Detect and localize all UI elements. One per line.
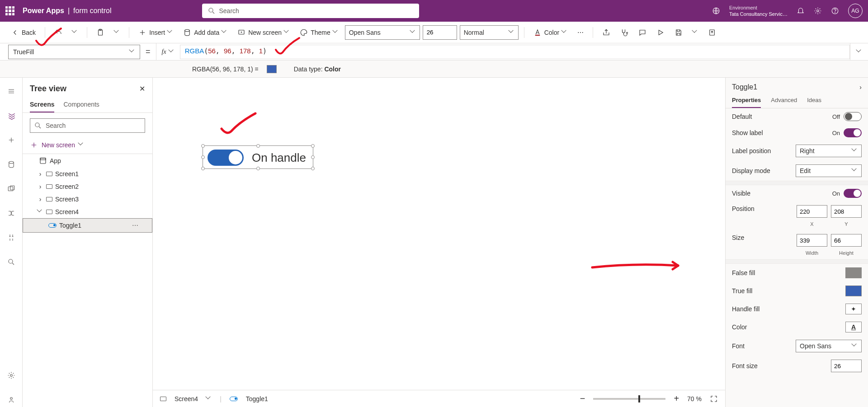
screen-icon [160,397,166,401]
zoom-in-button[interactable]: + [674,393,679,404]
prop-showlabel-toggle[interactable] [844,128,862,137]
fx-button[interactable]: fx [156,43,180,60]
prop-y-input[interactable] [831,205,862,218]
save-button[interactable] [671,27,686,38]
zoom-out-button[interactable]: − [580,393,585,404]
rail-tools[interactable] [4,230,19,245]
prop-fontsize-input[interactable] [831,360,862,372]
publish-button[interactable] [704,27,720,38]
expand-formula-button[interactable] [850,43,868,60]
tab-screens[interactable]: Screens [30,97,54,112]
rail-virtual-agent[interactable] [4,393,19,407]
toggle-icon [230,397,238,401]
prop-color-color[interactable]: A [845,322,862,332]
prop-truefill-color[interactable] [845,285,862,296]
preview-button[interactable] [653,27,668,38]
font-size-input[interactable] [423,25,457,40]
tab-properties[interactable]: Properties [732,93,761,108]
design-canvas[interactable]: On handle ◂▸ [153,78,725,407]
new-screen-button[interactable]: New screen [234,27,293,38]
rail-flows[interactable] [4,206,19,220]
property-select[interactable]: TrueFill [8,45,140,59]
tab-components[interactable]: Components [63,97,99,112]
status-control[interactable]: Toggle1 [246,395,268,402]
prop-x-input[interactable] [797,205,827,218]
add-data-button[interactable]: Add data [179,27,231,38]
user-avatar[interactable]: AG [848,4,863,18]
resize-handle[interactable] [311,144,315,148]
rail-insert[interactable] [4,133,19,147]
font-select[interactable]: Open Sans [345,25,420,40]
insert-button[interactable]: Insert [135,27,177,38]
formula-input[interactable]: RGBA(56, 96, 178, 1) [180,45,850,59]
prop-visible-toggle[interactable] [844,189,862,198]
save-dropdown[interactable] [689,28,702,37]
toggle-switch[interactable] [208,150,244,166]
tab-ideas[interactable]: Ideas [807,93,821,108]
resize-handle[interactable] [311,155,315,159]
prop-labelpos-select[interactable]: Right [796,145,862,157]
close-tree-button[interactable]: ✕ [139,84,145,93]
prop-font-select[interactable]: Open Sans [796,340,862,352]
resize-handle[interactable] [256,144,260,148]
prop-displaymode-select[interactable]: Edit [796,164,862,177]
bell-icon[interactable] [797,7,805,15]
tab-advanced[interactable]: Advanced [771,93,797,108]
tree-node-screen[interactable]: ›Screen1 [23,168,152,180]
prop-falsefill-color[interactable] [845,267,862,278]
formula-result-bar: RGBA(56, 96, 178, 1) = Data type: Color [0,61,868,78]
status-screen[interactable]: Screen4 [175,395,198,402]
resize-handle[interactable] [201,167,205,170]
rail-tree-view[interactable] [4,108,19,123]
tree-node-toggle[interactable]: Toggle1 ⋯ [23,218,152,233]
back-button[interactable]: Back [7,27,39,38]
global-search[interactable]: Search [202,4,419,18]
tree-node-screen[interactable]: ›Screen3 [23,193,152,206]
rail-search[interactable] [4,255,19,269]
prop-labelpos-label: Label position [732,147,771,154]
paste-button[interactable] [93,27,108,38]
tree-node-screen[interactable]: Screen4 [23,206,152,218]
resize-handle[interactable] [201,155,205,159]
undo-dropdown[interactable] [69,28,81,37]
rail-hamburger[interactable] [4,84,19,98]
resize-handle[interactable] [201,144,205,148]
color-button[interactable]: Color [530,27,571,38]
fit-screen-icon[interactable] [710,395,718,403]
rail-settings[interactable] [4,368,19,383]
help-icon[interactable] [831,7,839,15]
comments-button[interactable] [635,27,650,38]
font-weight-select[interactable]: Normal [460,25,519,40]
share-button[interactable] [599,27,614,38]
overflow-button[interactable]: ⋯ [574,27,587,38]
prop-default-toggle[interactable] [844,112,862,121]
prop-height-input[interactable] [831,234,862,247]
resize-handle[interactable] [311,167,315,170]
app-launcher-icon[interactable] [5,6,14,15]
database-icon [183,28,191,37]
toggle-control[interactable]: On handle [208,150,306,166]
environment-picker[interactable]: Environment Tata Consultancy Servic… [729,5,788,17]
rail-data[interactable] [4,157,19,172]
next-control-button[interactable]: › [859,84,862,91]
prop-displaymode-label: Display mode [732,167,770,174]
gear-icon[interactable] [814,7,822,15]
tree-node-app[interactable]: App [23,154,152,168]
paste-dropdown[interactable] [111,28,123,37]
tree-node-screen[interactable]: ›Screen2 [23,180,152,193]
prop-width-input[interactable] [797,234,827,247]
tree-new-screen[interactable]: New screen [23,138,152,152]
node-more-button[interactable]: ⋯ [132,222,139,229]
selection-frame[interactable]: On handle [203,145,313,169]
prop-position-label: Position [732,205,755,212]
theme-button[interactable]: Theme [296,27,342,38]
svg-point-18 [10,374,12,377]
undo-button[interactable] [51,27,66,38]
zoom-slider[interactable] [593,398,665,400]
checker-button[interactable] [617,27,632,38]
rail-media[interactable] [4,182,19,196]
resize-handle[interactable] [256,167,260,170]
tree-search[interactable]: Search [30,118,145,133]
prop-handlefill-color[interactable]: ✦ [845,304,862,314]
selected-control-name: Toggle1 [732,83,757,91]
